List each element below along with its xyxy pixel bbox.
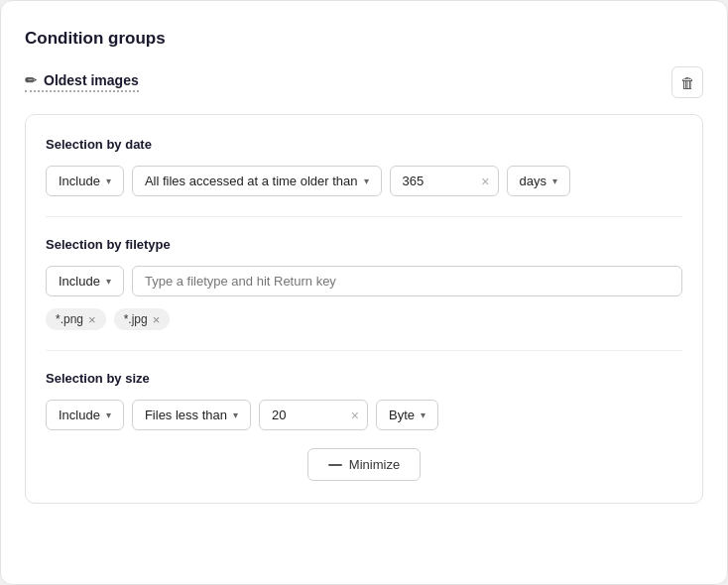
size-include-label: Include [59, 408, 100, 422]
pencil-icon: ✏ [25, 72, 37, 88]
tag-png-label: *.png [56, 312, 83, 326]
delete-button[interactable]: 🗑 [671, 66, 703, 98]
date-include-label: Include [59, 174, 100, 188]
tag-png-close-icon: × [88, 313, 96, 326]
size-unit-label: Byte [389, 408, 415, 422]
date-value-wrapper: × [390, 166, 499, 196]
group-name-label: Oldest images [44, 72, 139, 88]
date-condition-chevron-icon: ▾ [364, 176, 369, 186]
size-value-clear-button[interactable]: × [351, 409, 359, 422]
size-section: Selection by size Include ▾ Files less t… [46, 371, 682, 430]
filetype-include-chevron-icon: ▾ [106, 276, 111, 287]
divider-2 [46, 350, 682, 351]
size-unit-select[interactable]: Byte ▾ [376, 400, 438, 430]
page-title: Condition groups [25, 29, 703, 49]
size-value-wrapper: × [259, 400, 368, 430]
date-section-label: Selection by date [46, 137, 682, 152]
group-name-wrapper: ✏ Oldest images [25, 72, 139, 92]
filetype-section-label: Selection by filetype [46, 237, 682, 252]
list-item: *.jpg × [114, 308, 171, 330]
trash-icon: 🗑 [680, 74, 695, 91]
size-clear-icon: × [351, 409, 359, 422]
group-header: ✏ Oldest images 🗑 [25, 66, 703, 98]
date-clear-icon: × [481, 175, 489, 188]
filetype-input-wrapper [132, 266, 682, 296]
size-row: Include ▾ Files less than ▾ × Byte ▾ [46, 400, 682, 430]
size-condition-chevron-icon: ▾ [233, 410, 238, 420]
date-value-clear-button[interactable]: × [481, 175, 489, 188]
divider-1 [46, 216, 682, 217]
tag-jpg-label: *.jpg [124, 312, 148, 326]
date-row: Include ▾ All files accessed at a time o… [46, 166, 682, 196]
date-include-chevron-icon: ▾ [106, 176, 111, 186]
minimize-label: Minimize [349, 457, 400, 472]
filetype-row: Include ▾ [46, 266, 682, 296]
date-section: Selection by date Include ▾ All files ac… [46, 137, 682, 196]
tag-png-remove-button[interactable]: × [88, 313, 96, 326]
date-unit-label: days [520, 174, 546, 188]
filetype-search-input[interactable] [132, 266, 682, 296]
minimize-button[interactable]: Minimize [307, 448, 421, 481]
date-include-select[interactable]: Include ▾ [46, 166, 124, 196]
tag-jpg-close-icon: × [153, 313, 161, 326]
date-unit-select[interactable]: days ▾ [507, 166, 570, 196]
filetype-tags-row: *.png × *.jpg × [46, 308, 682, 330]
size-condition-select[interactable]: Files less than ▾ [132, 400, 251, 430]
date-condition-label: All files accessed at a time older than [145, 174, 358, 188]
size-section-label: Selection by size [46, 371, 682, 386]
minimize-row: Minimize [46, 448, 682, 481]
size-include-chevron-icon: ▾ [106, 410, 111, 420]
filetype-include-select[interactable]: Include ▾ [46, 266, 124, 296]
filetype-include-label: Include [59, 274, 100, 289]
date-unit-chevron-icon: ▾ [552, 176, 557, 186]
list-item: *.png × [46, 308, 106, 330]
filetype-section: Selection by filetype Include ▾ *.png × [46, 237, 682, 330]
size-include-select[interactable]: Include ▾ [46, 400, 124, 430]
date-condition-select[interactable]: All files accessed at a time older than … [132, 166, 382, 196]
size-unit-chevron-icon: ▾ [421, 410, 425, 420]
size-condition-label: Files less than [145, 408, 227, 422]
condition-groups-card: Condition groups ✏ Oldest images 🗑 Selec… [0, 0, 728, 585]
conditions-card: Selection by date Include ▾ All files ac… [25, 114, 703, 504]
minus-icon [328, 464, 342, 466]
tag-jpg-remove-button[interactable]: × [153, 313, 161, 326]
